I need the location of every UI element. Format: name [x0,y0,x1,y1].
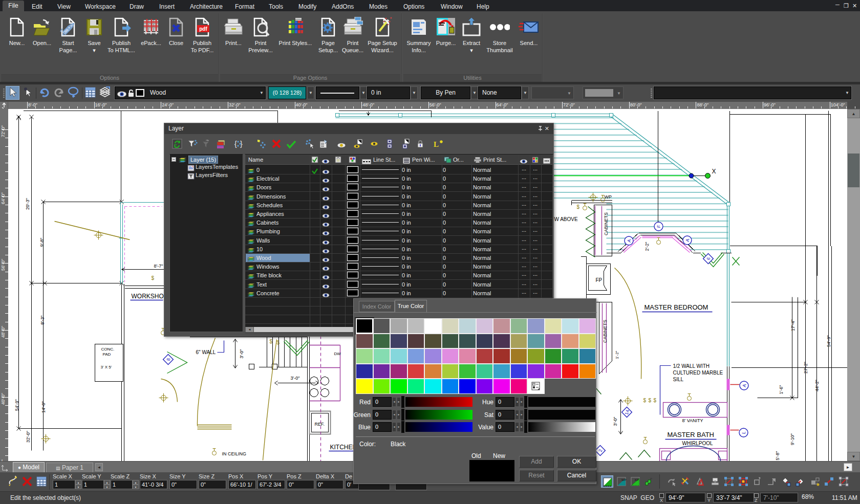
svg-text:$: $ [577,204,580,210]
svg-text:$: $ [643,398,647,403]
svg-text:1/2 WALL WITH: 1/2 WALL WITH [673,363,710,369]
svg-text:X: X [712,168,716,175]
svg-text:8'-7": 8'-7" [154,264,163,269]
svg-text:54'-9": 54'-9" [14,399,19,411]
svg-text:$: $ [277,340,280,345]
svg-text:WHIRLPOOL: WHIRLPOOL [682,441,713,446]
svg-text:WP: WP [621,478,627,481]
svg-text:MASTER BATH: MASTER BATH [668,431,715,439]
svg-text:CABINETS: CABINETS [603,320,608,343]
svg-text:WORKSHOP: WORKSHOP [132,293,168,300]
svg-text:CONC.: CONC. [101,347,115,352]
svg-text:8'-3": 8'-3" [40,316,45,325]
svg-text:5'-8": 5'-8" [775,451,780,461]
svg-text:2'-2": 2'-2" [644,242,650,251]
svg-text:$: $ [270,339,273,344]
svg-text:1'-6": 1'-6" [779,385,784,395]
svg-text:27'-2": 27'-2" [803,362,808,374]
svg-text:3' X 5': 3' X 5' [101,365,112,369]
svg-text:9'-10": 9'-10" [790,433,795,445]
svg-text:3'-0": 3'-0" [239,349,244,359]
svg-text:1'-2": 1'-2" [615,350,619,359]
svg-text:CULTURED MARBLE: CULTURED MARBLE [673,370,723,376]
svg-text:IN CEILING: IN CEILING [222,451,247,456]
svg-text:{: { [234,140,237,148]
svg-text:DW: DW [334,352,341,356]
svg-text:REF.: REF. [315,422,325,427]
svg-text:pdf: pdf [199,26,207,32]
svg-text:32'-0": 32'-0" [26,431,31,443]
svg-text:WP: WP [605,194,612,200]
svg-text:44'-2": 44'-2" [814,380,820,391]
svg-text:PAD: PAD [103,352,111,357]
svg-text:KP: KP [635,478,639,481]
svg-text:54'-9": 54'-9" [826,335,831,347]
svg-text:8' VANITY: 8' VANITY [682,418,703,423]
svg-text:14'-0": 14'-0" [41,401,46,413]
svg-text:$: $ [654,398,657,403]
svg-text:$: $ [152,275,155,281]
svg-text:W ABOVE: W ABOVE [554,216,578,222]
svg-text:6" WALL: 6" WALL [196,349,216,355]
svg-text:17'-4": 17'-4" [790,319,795,331]
svg-text:L: L [434,140,439,148]
svg-text:CABINETS: CABINETS [604,212,609,235]
svg-text:MASTER BEDROOM: MASTER BEDROOM [644,303,708,311]
svg-text:9'-8": 9'-8" [39,238,45,247]
svg-text:$: $ [649,398,652,403]
svg-text:SILL: SILL [673,377,684,382]
svg-text:3'-0": 3'-0" [291,376,300,381]
svg-text:20'-3": 20'-3" [25,198,30,210]
svg-text:FP: FP [596,277,603,283]
svg-text:3'-0": 3'-0" [613,417,618,426]
svg-text:P: P [650,477,652,480]
